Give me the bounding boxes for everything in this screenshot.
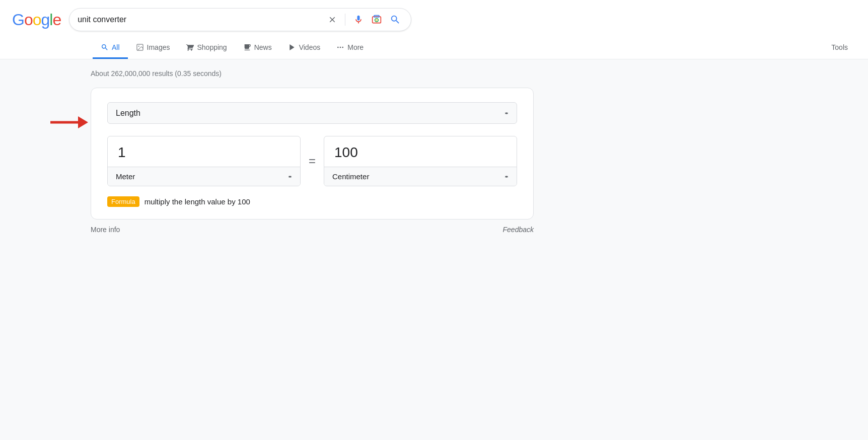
results-info: About 262,000,000 results (0.35 seconds)	[91, 69, 777, 78]
svg-point-3	[376, 20, 378, 21]
formula-row: Formula multiply the length value by 100	[107, 196, 517, 207]
footer-links: More info Feedback	[91, 219, 534, 234]
tab-more[interactable]: More	[328, 37, 372, 59]
svg-rect-1	[374, 16, 379, 17]
more-tab-icon	[336, 43, 344, 51]
from-value-input[interactable]	[108, 136, 300, 167]
clear-button[interactable]	[326, 13, 339, 26]
close-icon	[328, 15, 337, 24]
feedback-link[interactable]: Feedback	[503, 226, 534, 234]
tab-more-label: More	[347, 43, 364, 51]
red-arrow-container	[50, 114, 88, 131]
search-button[interactable]	[388, 12, 403, 27]
more-info-link[interactable]: More info	[91, 226, 120, 234]
images-tab-icon	[136, 43, 144, 51]
equals-sign: =	[309, 154, 316, 168]
svg-marker-6	[290, 44, 294, 50]
tab-news-label: News	[254, 43, 272, 51]
tab-images[interactable]: Images	[128, 37, 178, 59]
lens-button[interactable]	[370, 13, 384, 27]
formula-text: multiply the length value by 100	[144, 197, 250, 206]
from-unit-selector[interactable]: Meter Centimeter Kilometer Mile Foot Inc…	[108, 167, 300, 186]
search-bar-icons	[326, 12, 403, 27]
header: Google	[0, 0, 868, 59]
to-value-input[interactable]	[324, 136, 517, 167]
svg-marker-11	[78, 116, 88, 128]
nav-tabs: All Images Shopping News	[12, 37, 856, 59]
mic-icon	[353, 15, 364, 25]
svg-point-7	[337, 47, 339, 48]
to-box: Centimeter Meter Kilometer Mile Foot Inc…	[324, 136, 517, 186]
tab-news[interactable]: News	[235, 37, 280, 59]
red-arrow-icon	[50, 114, 88, 131]
mic-button[interactable]	[351, 13, 366, 27]
tab-videos[interactable]: Videos	[280, 37, 329, 59]
svg-point-5	[138, 46, 139, 47]
news-tab-icon	[243, 43, 251, 51]
header-top: Google	[12, 8, 856, 31]
tab-all[interactable]: All	[93, 37, 128, 59]
conversion-row: Meter Centimeter Kilometer Mile Foot Inc…	[107, 136, 517, 186]
tab-videos-label: Videos	[299, 43, 321, 51]
to-unit-selector[interactable]: Centimeter Meter Kilometer Mile Foot Inc…	[324, 167, 517, 186]
converter-section: Length Weight Temperature Area Volume Ti…	[91, 88, 534, 219]
svg-point-8	[340, 47, 341, 48]
logo-g1: G	[12, 11, 24, 29]
search-divider	[345, 14, 345, 26]
logo-e: e	[52, 11, 61, 29]
tab-all-label: All	[112, 43, 120, 51]
main-content: About 262,000,000 results (0.35 seconds)…	[0, 59, 868, 244]
search-tab-icon	[101, 43, 109, 51]
tools-button[interactable]: Tools	[823, 37, 856, 59]
from-box: Meter Centimeter Kilometer Mile Foot Inc…	[107, 136, 301, 186]
google-logo[interactable]: Google	[12, 11, 61, 29]
tab-shopping[interactable]: Shopping	[178, 37, 235, 59]
type-selector[interactable]: Length Weight Temperature Area Volume Ti…	[107, 102, 517, 124]
logo-g2: g	[41, 11, 49, 29]
search-input[interactable]	[78, 15, 326, 24]
camera-icon	[372, 15, 382, 25]
logo-o2: o	[33, 11, 41, 29]
tab-images-label: Images	[147, 43, 170, 51]
videos-tab-icon	[288, 43, 296, 51]
search-icon	[390, 14, 401, 25]
converter-card: Length Weight Temperature Area Volume Ti…	[91, 88, 534, 219]
search-bar	[69, 8, 411, 31]
tab-shopping-label: Shopping	[197, 43, 227, 51]
svg-point-9	[342, 47, 344, 48]
logo-o1: o	[24, 11, 33, 29]
formula-badge: Formula	[107, 196, 139, 207]
shopping-tab-icon	[186, 43, 194, 51]
